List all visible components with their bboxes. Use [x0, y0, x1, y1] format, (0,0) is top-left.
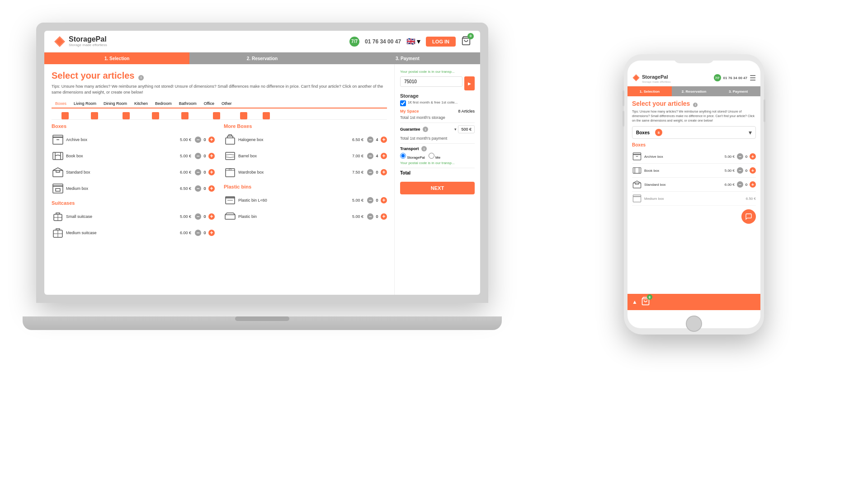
svg-rect-3	[53, 137, 63, 144]
postal-input[interactable]	[400, 76, 462, 87]
phone-home-button[interactable]	[686, 316, 702, 332]
small-suitcase-price: 5.00 €	[180, 214, 191, 219]
more-boxes-section-title: More Boxes	[224, 123, 387, 129]
phone-book-box-name: Book box	[644, 169, 722, 173]
plastic-bin-l60-qty-val: 0	[375, 198, 379, 203]
phone-archive-box-price: 5.00 €	[725, 155, 735, 159]
archive-box-name: Archive box	[66, 137, 178, 142]
item-standard-box: Standard box 6.00 € − 0 +	[52, 164, 215, 180]
halogene-box-icon	[224, 133, 236, 146]
standard-box-name: Standard box	[66, 170, 178, 174]
plastic-bin-plus[interactable]: +	[381, 213, 387, 220]
phone-screen-container: StoragePal Storage made effortless 7/7 0…	[627, 61, 760, 328]
info-icon[interactable]: i	[138, 75, 144, 80]
tab-bathroom[interactable]: Bathroom	[175, 99, 200, 108]
step-1[interactable]: 1. Selection	[44, 52, 189, 64]
login-button[interactable]: LOG IN	[426, 37, 456, 47]
phone-info-icon[interactable]: i	[693, 103, 698, 107]
phone-book-box-plus[interactable]: +	[750, 167, 756, 174]
svg-rect-31	[633, 183, 641, 188]
wardrobe-box-minus[interactable]: −	[367, 169, 373, 175]
archive-box-minus[interactable]: −	[195, 137, 201, 143]
archive-box-price: 5.00 €	[180, 137, 191, 142]
tab-kitchen[interactable]: Kitchen	[131, 99, 151, 108]
tab-boxes[interactable]: Boxes	[52, 99, 70, 108]
screen-main: Select your articles i Tips: Unsure how …	[44, 64, 480, 295]
barrel-box-plus[interactable]: +	[381, 153, 387, 159]
transport-options: StoragePal Me	[400, 153, 475, 160]
medium-box-minus[interactable]: −	[195, 185, 201, 192]
laptop-body: StoragePal Storage made effortless 7/7 0…	[36, 23, 488, 303]
postal-submit-button[interactable]: ▶	[464, 76, 475, 90]
phone-chevron-up-icon[interactable]: ▲	[632, 299, 637, 305]
medium-box-qty-val: 0	[203, 186, 207, 191]
phone-archive-box-qty-val: 0	[745, 155, 748, 159]
phone-cart-button[interactable]: 8	[641, 297, 650, 307]
barrel-box-price: 7.00 €	[352, 154, 363, 158]
svg-rect-32	[633, 197, 641, 203]
phone-archive-box-minus[interactable]: −	[737, 153, 743, 160]
phone-standard-box-minus[interactable]: −	[737, 181, 743, 188]
logo-name: StoragePal	[69, 35, 107, 43]
medium-suitcase-minus[interactable]: −	[195, 230, 201, 236]
tab-dining-room[interactable]: Dining Room	[100, 99, 131, 108]
tab-office[interactable]: Office	[200, 99, 218, 108]
phone-medium-box-price: 6.50 €	[746, 197, 756, 201]
book-box-name: Book box	[66, 154, 178, 158]
bedroom-tab-icon	[181, 112, 189, 119]
medium-suitcase-plus[interactable]: +	[208, 230, 215, 236]
bathroom-tab-icon	[213, 112, 220, 119]
small-suitcase-minus[interactable]: −	[195, 213, 201, 220]
phone-chat-button[interactable]	[741, 209, 756, 224]
transport-info-icon[interactable]: i	[421, 146, 427, 151]
first-month-checkbox[interactable]	[400, 100, 406, 106]
guarantee-row: Guarantee i ▾ 500 €	[400, 125, 475, 133]
wardrobe-box-plus[interactable]: +	[381, 169, 387, 175]
guarantee-info-icon[interactable]: i	[423, 127, 428, 132]
archive-box-icon	[52, 133, 64, 146]
plastic-bin-l60-minus[interactable]: −	[367, 197, 373, 203]
phone-item-medium-box: Medium box 6.50 €	[632, 192, 756, 206]
phone-item-standard-box: Standard box 6.00 € − 0 +	[632, 178, 756, 192]
halogene-box-minus[interactable]: −	[367, 137, 373, 143]
phone-item-archive-box: Archive box 5.00 € − 0 +	[632, 150, 756, 164]
standard-box-minus[interactable]: −	[195, 169, 201, 175]
language-selector[interactable]: 🇬🇧 ▾	[406, 37, 420, 46]
phone-menu-icon[interactable]: ☰	[750, 74, 756, 82]
medium-box-icon	[52, 182, 64, 195]
transport-me-option[interactable]: Me	[429, 153, 440, 160]
medium-box-plus[interactable]: +	[208, 185, 215, 192]
tab-other[interactable]: Other	[218, 99, 236, 108]
archive-box-plus[interactable]: +	[208, 137, 215, 143]
phone-archive-box-plus[interactable]: +	[750, 153, 756, 160]
plastic-bin-minus[interactable]: −	[367, 213, 373, 220]
book-box-plus[interactable]: +	[208, 153, 215, 159]
tab-living-room[interactable]: Living Room	[70, 99, 100, 108]
barrel-box-minus[interactable]: −	[367, 153, 373, 159]
plastic-bin-l60-plus[interactable]: +	[381, 197, 387, 203]
transport-storagepal-option[interactable]: StoragePal	[400, 153, 425, 160]
phone-category-dropdown[interactable]: Boxes 8 ▾	[632, 126, 756, 139]
phone-archive-box-qty: − 0 +	[737, 153, 756, 160]
small-suitcase-plus[interactable]: +	[208, 213, 215, 220]
cart-button[interactable]: 0	[461, 36, 471, 47]
phone-logo-name: StoragePal	[642, 74, 668, 80]
medium-suitcase-qty: − 0 +	[195, 230, 215, 236]
flag-icon: 🇬🇧	[406, 37, 415, 46]
tab-bedroom[interactable]: Bedroom	[151, 99, 175, 108]
halogene-box-plus[interactable]: +	[381, 137, 387, 143]
phone-book-box-minus[interactable]: −	[737, 167, 743, 174]
phone-boxes-title: Boxes	[632, 142, 756, 147]
standard-box-plus[interactable]: +	[208, 169, 215, 175]
myspace-label: My Space	[400, 109, 419, 113]
item-medium-box: Medium box 6.50 € − 0 +	[52, 180, 215, 197]
transport-section: Transport i StoragePal Me	[400, 146, 475, 165]
total-month-storage-label: Total 1st month's storage	[400, 115, 475, 120]
phone-standard-box-name: Standard box	[644, 183, 722, 187]
phone-standard-box-plus[interactable]: +	[750, 181, 756, 188]
phone-device: StoragePal Storage made effortless 7/7 0…	[624, 54, 764, 335]
phone-step-1[interactable]: 1. Selection	[627, 86, 672, 96]
next-button[interactable]: NEXT	[400, 182, 475, 194]
halogene-box-price: 6.50 €	[352, 137, 363, 142]
book-box-minus[interactable]: −	[195, 153, 201, 159]
